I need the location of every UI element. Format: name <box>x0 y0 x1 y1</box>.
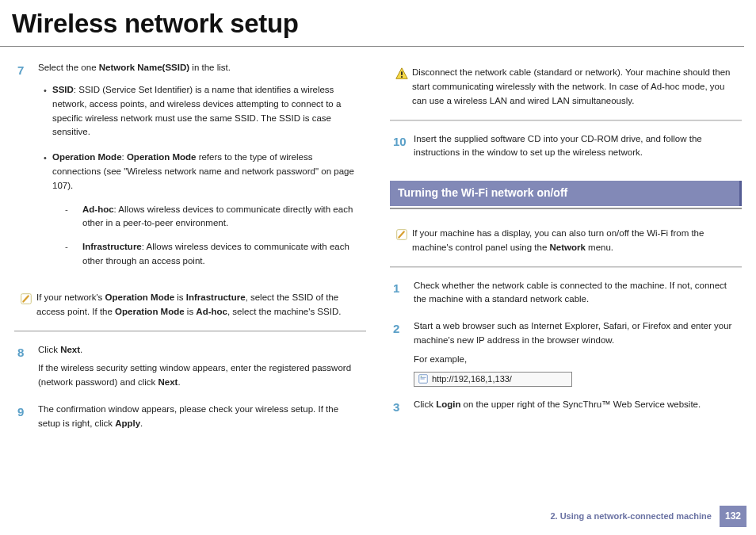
step-7: 7 Select the one Network Name(SSID) in t… <box>14 61 366 280</box>
text: : Allows wireless devices to communicate… <box>82 204 353 228</box>
step-number: 10 <box>390 132 414 166</box>
text-bold: Operation Mode <box>115 307 185 316</box>
svg-point-6 <box>421 376 422 376</box>
text: : SSID (Service Set Identifier) is a nam… <box>52 85 341 136</box>
text: Click <box>38 345 60 354</box>
text: is <box>185 307 197 316</box>
text: is <box>174 292 186 302</box>
bullet-item: • SSID: SSID (Service Set Identifier) is… <box>38 83 360 139</box>
text-bold: Operation Mode <box>105 292 175 302</box>
text: The confirmation window appears, please … <box>38 404 338 428</box>
dash-item: - Ad-hoc: Allows wireless devices to com… <box>65 203 360 231</box>
text-bold: Infrastructure <box>82 242 142 251</box>
text-bold: Operation Mode <box>127 152 197 162</box>
step-body: Click Login on the upper right of the Sy… <box>414 398 742 417</box>
step-9: 9 The confirmation window appears, pleas… <box>14 403 366 436</box>
text-bold: Ad-hoc <box>82 204 114 214</box>
left-column: 7 Select the one Network Name(SSID) in t… <box>14 58 366 443</box>
address-bar-example: http://192,168,1,133/ <box>414 372 572 387</box>
text-bold: Ad-hoc <box>196 307 227 316</box>
step-8: 8 Click Next. If the wireless security s… <box>14 343 366 395</box>
text: . <box>140 418 143 428</box>
text-bold: Network Name(SSID) <box>99 63 189 72</box>
divider <box>390 266 742 268</box>
step-body: Click Next. If the wireless security set… <box>38 343 366 395</box>
bullet-dot: • <box>38 83 52 139</box>
bullet-text: SSID: SSID (Service Set Identifier) is a… <box>52 83 360 139</box>
text-bold: Next <box>158 377 178 387</box>
warning-icon <box>391 66 412 83</box>
text-bold: Infrastructure <box>186 292 246 302</box>
step-2b: 2 Start a web browser such as Internet E… <box>390 319 742 389</box>
text: . <box>80 345 82 354</box>
text: For example, <box>414 353 735 367</box>
footer-page-number: 132 <box>720 506 746 527</box>
svg-rect-2 <box>401 71 403 75</box>
dash-item: - Infrastructure: Allows wireless device… <box>65 240 360 269</box>
content-columns: 7 Select the one Network Name(SSID) in t… <box>0 58 756 443</box>
step-body: Insert the supplied software CD into you… <box>414 132 742 166</box>
dash-text: Ad-hoc: Allows wireless devices to commu… <box>82 203 360 231</box>
footer: 2. Using a network-connected machine 132 <box>550 506 746 527</box>
bullet-text: Operation Mode: Operation Mode refers to… <box>52 151 360 269</box>
bullet-item: • Operation Mode: Operation Mode refers … <box>38 151 360 269</box>
text: Start a web browser such as Internet Exp… <box>414 319 735 348</box>
step-10: 10 Insert the supplied software CD into … <box>390 132 742 166</box>
text-bold: Network <box>550 243 586 252</box>
dash-marker: - <box>65 240 82 269</box>
bullet-list: • SSID: SSID (Service Set Identifier) is… <box>38 83 360 269</box>
text: on the upper right of the SyncThru™ Web … <box>460 399 701 409</box>
dash-marker: - <box>65 203 82 231</box>
step-number: 7 <box>14 61 38 280</box>
note-text: If your network's Operation Mode is Infr… <box>36 291 361 319</box>
divider <box>390 120 742 121</box>
text: Click <box>414 399 436 409</box>
text: If your network's <box>36 292 105 302</box>
step-3b: 3 Click Login on the upper right of the … <box>390 398 742 417</box>
step-body: The confirmation window appears, please … <box>38 403 366 436</box>
step-number: 9 <box>14 403 38 436</box>
text: If the wireless security setting window … <box>38 363 351 387</box>
step-number: 3 <box>390 398 414 417</box>
right-column: Disconnect the network cable (standard o… <box>390 58 742 443</box>
text: , select the machine's SSID. <box>227 307 341 316</box>
warning-text: Disconnect the network cable (standard o… <box>412 66 737 108</box>
step-number: 8 <box>14 343 38 395</box>
text-bold: Apply <box>115 418 140 428</box>
step-number: 1 <box>390 279 414 312</box>
text: . <box>178 377 180 387</box>
step-1b: 1 Check whether the network cable is con… <box>390 279 742 312</box>
footer-chapter: 2. Using a network-connected machine <box>550 510 712 523</box>
note-icon <box>16 291 36 308</box>
text: Select the one <box>38 63 99 72</box>
dash-text: Infrastructure: Allows wireless devices … <box>82 240 360 269</box>
step-body: Check whether the network cable is conne… <box>414 279 742 312</box>
note-box: If your network's Operation Mode is Infr… <box>14 288 366 323</box>
text: Check whether the network cable is conne… <box>414 279 735 308</box>
step-body: Start a web browser such as Internet Exp… <box>414 319 742 389</box>
text: Insert the supplied software CD into you… <box>414 132 735 161</box>
step-number: 2 <box>390 319 414 389</box>
note-icon <box>391 227 412 244</box>
text: in the list. <box>189 63 231 72</box>
text: menu. <box>586 243 613 252</box>
page-title: Wireless network setup <box>0 0 744 47</box>
url-text: http://192,168,1,133/ <box>432 373 512 386</box>
divider <box>390 208 742 209</box>
text-bold: SSID <box>52 85 74 94</box>
text-bold: Operation Mode <box>52 152 122 162</box>
bullet-dot: • <box>38 151 52 269</box>
step-body: Select the one Network Name(SSID) in the… <box>38 61 366 280</box>
page-icon <box>418 373 429 384</box>
text-bold: Login <box>436 399 460 409</box>
text-bold: Next <box>60 345 80 354</box>
svg-rect-3 <box>401 76 403 78</box>
note-text: If your machine has a display, you can a… <box>412 227 737 255</box>
warning-box: Disconnect the network cable (standard o… <box>390 63 742 111</box>
section-heading: Turning the Wi-Fi network on/off <box>390 181 742 206</box>
divider <box>14 331 366 332</box>
note-box: If your machine has a display, you can a… <box>390 224 742 258</box>
